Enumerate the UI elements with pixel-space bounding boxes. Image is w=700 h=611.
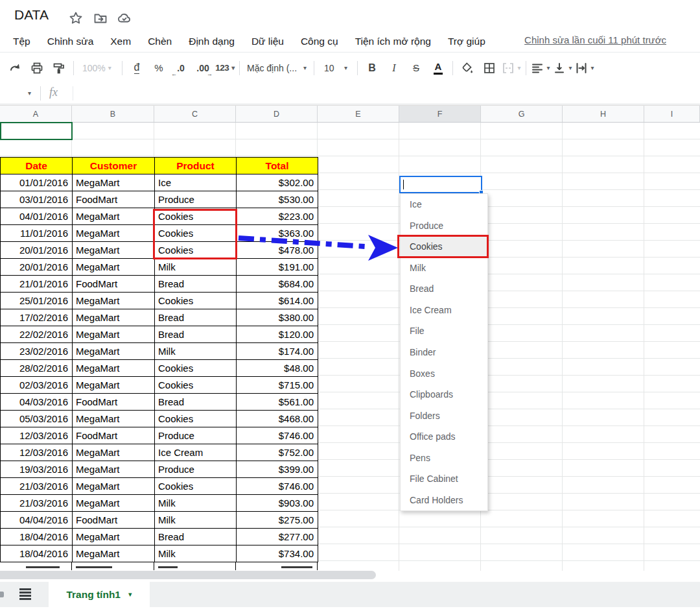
cell[interactable]: $684.00 bbox=[237, 276, 318, 293]
cell[interactable]: 11/01/2016 bbox=[1, 225, 73, 242]
cell[interactable]: MegaMart bbox=[73, 225, 155, 242]
cell[interactable]: $48.00 bbox=[237, 360, 318, 377]
cell[interactable]: 25/01/2016 bbox=[1, 293, 73, 309]
menu-item[interactable]: Dữ liệu bbox=[251, 36, 284, 47]
menu-item[interactable]: Chèn bbox=[148, 36, 172, 47]
menu-item[interactable]: Tệp bbox=[13, 36, 30, 47]
column-header-F[interactable]: F bbox=[399, 106, 481, 122]
cell[interactable]: Cookies bbox=[155, 360, 237, 377]
cell[interactable]: MegaMart bbox=[73, 259, 155, 276]
dropdown-item-ice-cream[interactable]: Ice Cream bbox=[401, 300, 487, 321]
cell[interactable]: $120.00 bbox=[237, 326, 318, 343]
cell[interactable]: MegaMart bbox=[73, 529, 155, 545]
cell[interactable]: $561.00 bbox=[237, 394, 318, 411]
cell[interactable]: Bread bbox=[155, 529, 237, 545]
cell[interactable]: MegaMart bbox=[73, 326, 155, 343]
cell[interactable]: 04/03/2016 bbox=[1, 394, 73, 411]
selected-cell-a1[interactable] bbox=[0, 122, 73, 140]
sheet-tab-trang-tinh1[interactable]: Trang tính1 ▾ bbox=[49, 582, 150, 607]
percent-format-button[interactable]: % bbox=[148, 58, 170, 78]
cell[interactable]: $746.00 bbox=[237, 427, 318, 444]
currency-format-button[interactable]: đ bbox=[126, 58, 148, 78]
column-header-G[interactable]: G bbox=[481, 106, 563, 122]
cell[interactable]: 22/02/2016 bbox=[1, 326, 73, 343]
cell[interactable]: 04/01/2016 bbox=[1, 208, 73, 225]
column-header-C[interactable]: C bbox=[154, 106, 236, 122]
dropdown-item-file-cabinet[interactable]: File Cabinet bbox=[401, 468, 487, 490]
vertical-align-button[interactable]: ▾ bbox=[552, 58, 574, 78]
italic-button[interactable]: I bbox=[383, 58, 405, 78]
cell[interactable]: $277.00 bbox=[237, 529, 318, 545]
font-size-select[interactable]: 10▾ bbox=[318, 58, 354, 78]
zoom-select[interactable]: 100%▾ bbox=[77, 58, 119, 78]
cell[interactable]: 05/03/2016 bbox=[1, 411, 73, 427]
fill-color-button[interactable] bbox=[456, 58, 478, 78]
decrease-decimal-button[interactable]: .0← bbox=[170, 58, 192, 78]
cell[interactable]: 18/04/2016 bbox=[1, 529, 73, 545]
cell[interactable]: MegaMart bbox=[73, 360, 155, 377]
cell[interactable]: FoodMart bbox=[73, 191, 155, 208]
menu-item[interactable]: Chỉnh sửa bbox=[47, 36, 94, 47]
menu-item[interactable]: Định dạng bbox=[189, 36, 235, 47]
dropdown-item-milk[interactable]: Milk bbox=[401, 258, 487, 279]
move-folder-icon[interactable] bbox=[93, 10, 108, 26]
cell[interactable]: Cookies bbox=[155, 411, 237, 427]
column-header-H[interactable]: H bbox=[563, 106, 644, 122]
cell[interactable]: Cookies bbox=[155, 478, 237, 495]
cell[interactable]: Bread bbox=[155, 326, 237, 343]
merge-cells-button[interactable]: ▾ bbox=[500, 58, 522, 78]
cell[interactable]: MegaMart bbox=[73, 208, 155, 225]
cell[interactable]: 12/03/2016 bbox=[1, 427, 73, 444]
cell[interactable]: MegaMart bbox=[73, 545, 155, 562]
cell[interactable]: MegaMart bbox=[73, 478, 155, 495]
cell[interactable]: FoodMart bbox=[73, 394, 155, 411]
cell[interactable]: Produce bbox=[155, 191, 237, 208]
active-edit-cell[interactable] bbox=[399, 176, 482, 193]
cell[interactable]: Bread bbox=[155, 394, 237, 411]
borders-button[interactable] bbox=[478, 58, 500, 78]
cell[interactable]: 21/01/2016 bbox=[1, 276, 73, 293]
cell[interactable]: 01/01/2016 bbox=[1, 174, 73, 191]
cell[interactable]: 20/01/2016 bbox=[1, 259, 73, 276]
dropdown-item-file[interactable]: File bbox=[401, 320, 487, 342]
cell[interactable]: FoodMart bbox=[73, 427, 155, 444]
cell[interactable]: Milk bbox=[155, 512, 237, 529]
cell[interactable]: Milk bbox=[155, 259, 237, 276]
cell[interactable]: Bread bbox=[155, 309, 237, 326]
column-header-D[interactable]: D bbox=[236, 106, 318, 122]
dropdown-item-produce[interactable]: Produce bbox=[401, 215, 487, 237]
dropdown-item-office-pads[interactable]: Office pads bbox=[401, 426, 487, 448]
dropdown-item-ice[interactable]: Ice bbox=[401, 194, 487, 215]
cell[interactable]: MegaMart bbox=[73, 174, 155, 191]
cell[interactable]: Produce bbox=[155, 427, 237, 444]
cell[interactable]: $191.00 bbox=[237, 259, 318, 276]
cell[interactable]: $478.00 bbox=[237, 242, 318, 259]
cell[interactable]: MegaMart bbox=[73, 444, 155, 461]
star-icon[interactable] bbox=[68, 10, 84, 26]
document-title[interactable]: DATA bbox=[14, 7, 49, 23]
add-sheet-icon[interactable] bbox=[0, 592, 4, 597]
cell[interactable]: 28/02/2016 bbox=[1, 360, 73, 377]
cell[interactable]: 21/03/2016 bbox=[1, 478, 73, 495]
cell[interactable]: $302.00 bbox=[237, 174, 318, 191]
cell[interactable]: MegaMart bbox=[73, 293, 155, 309]
dropdown-item-folders[interactable]: Folders bbox=[401, 405, 487, 426]
cell[interactable]: $275.00 bbox=[237, 512, 318, 529]
strikethrough-button[interactable]: S bbox=[405, 58, 427, 78]
increase-decimal-button[interactable]: .00→ bbox=[192, 58, 214, 78]
table-header-cell[interactable]: Date bbox=[1, 158, 73, 174]
menu-item[interactable]: Trợ giúp bbox=[448, 36, 485, 47]
font-select[interactable]: Mặc định (...▾ bbox=[243, 58, 310, 78]
name-box[interactable]: ▾ bbox=[0, 83, 39, 104]
cell[interactable]: MegaMart bbox=[73, 343, 155, 360]
cell[interactable]: 03/01/2016 bbox=[1, 191, 73, 208]
bold-button[interactable]: B bbox=[361, 58, 383, 78]
cell[interactable]: 23/02/2016 bbox=[1, 343, 73, 360]
cell[interactable]: $174.00 bbox=[237, 343, 318, 360]
cell[interactable]: 17/02/2016 bbox=[1, 309, 73, 326]
menu-item[interactable]: Tiện ích mở rộng bbox=[355, 36, 431, 47]
cell[interactable]: MegaMart bbox=[73, 377, 155, 394]
cell[interactable]: 19/03/2016 bbox=[1, 461, 73, 478]
cell[interactable]: $399.00 bbox=[237, 461, 318, 478]
cell[interactable]: 12/03/2016 bbox=[1, 444, 73, 461]
